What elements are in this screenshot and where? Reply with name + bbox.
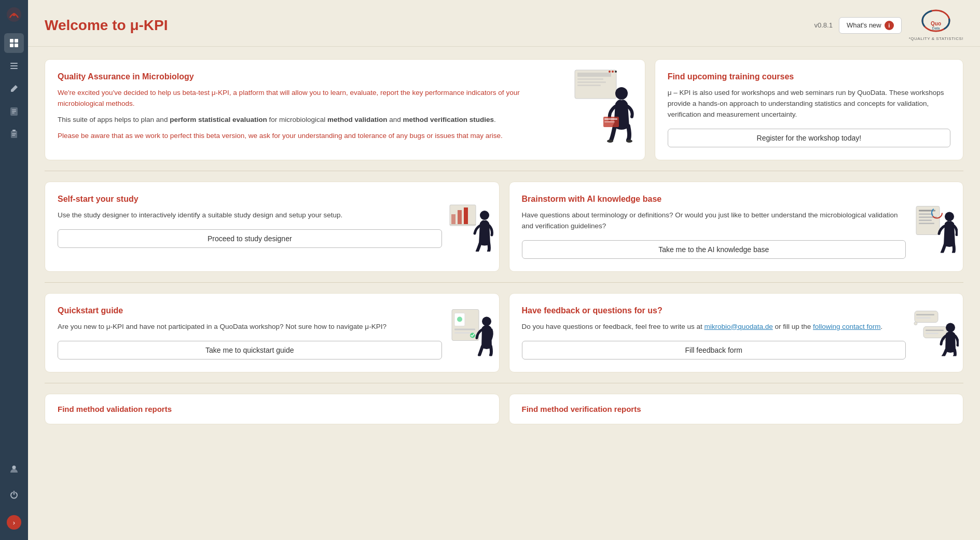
svg-rect-12 [12, 113, 15, 114]
svg-rect-38 [458, 210, 462, 224]
page-header: Welcome to μ-KPI v0.8.1 What's new i Quo… [28, 0, 980, 47]
svg-rect-23 [577, 73, 611, 77]
training-card-text: μ – KPI is also used for workshops and w… [668, 88, 950, 120]
svg-rect-11 [12, 111, 16, 112]
quodata-tagline: *QUALITY & STATISTICS! [909, 36, 963, 41]
training-card: Find upcoming training courses μ – KPI i… [655, 59, 963, 160]
svg-rect-25 [577, 81, 606, 83]
study-card-text: Use the study designer to interactively … [58, 210, 442, 221]
svg-point-66 [946, 323, 955, 333]
divider-3 [45, 383, 963, 383]
row-quickstart-feedback: Quickstart guide Are you new to μ-KPI an… [45, 293, 963, 372]
validation-card: Find method validation reports [45, 394, 500, 424]
study-illustration [447, 200, 494, 254]
study-designer-button[interactable]: Proceed to study designer [58, 229, 442, 248]
quickstart-card-text: Are you new to μ-KPI and have not partic… [58, 322, 442, 333]
svg-rect-13 [11, 131, 17, 138]
svg-rect-24 [577, 78, 603, 80]
svg-point-32 [626, 140, 632, 143]
svg-rect-44 [919, 213, 933, 215]
quickstart-card: Quickstart guide Are you new to μ-KPI an… [45, 293, 500, 372]
svg-point-61 [914, 322, 917, 325]
feedback-card: Have feedback or questions for us? Do yo… [509, 293, 964, 372]
row-study-ai: Self-start your study Use the study desi… [45, 182, 963, 272]
quickstart-illustration [449, 307, 495, 358]
svg-rect-14 [12, 130, 16, 131]
ai-illustration [911, 198, 958, 255]
content-area: Quality Assurance in Microbiology We're … [28, 47, 980, 441]
sidebar-item-dashboard[interactable] [4, 33, 24, 53]
sidebar-item-power[interactable] [4, 485, 24, 505]
page-title: Welcome to μ-KPI [45, 17, 815, 34]
whats-new-badge: i [885, 21, 894, 30]
svg-rect-39 [464, 207, 468, 224]
svg-rect-26 [577, 85, 601, 86]
svg-rect-63 [926, 330, 944, 331]
sidebar-item-user[interactable] [4, 459, 24, 479]
svg-point-41 [480, 211, 489, 220]
whats-new-label: What's new [847, 21, 881, 29]
divider-1 [45, 171, 963, 171]
intro-text-3: Please be aware that as we work to perfe… [58, 131, 567, 142]
row-bottom: Find method validation reports Find meth… [45, 394, 963, 428]
sidebar-item-clipboard[interactable] [4, 124, 24, 144]
svg-rect-4 [10, 44, 13, 47]
verification-card-title: Find method verification reports [522, 405, 951, 413]
quickstart-button[interactable]: Take me to quickstart guide [58, 341, 442, 359]
svg-rect-6 [10, 63, 18, 64]
sidebar-logo [5, 5, 23, 24]
svg-point-30 [615, 87, 628, 100]
svg-rect-47 [919, 223, 934, 224]
svg-rect-16 [12, 135, 15, 136]
sidebar-item-reports[interactable] [4, 102, 24, 121]
study-card-title: Self-start your study [58, 195, 442, 204]
svg-rect-2 [10, 39, 13, 43]
sidebar: › [0, 0, 28, 540]
intro-text-1: We're excited you've decided to help us … [58, 88, 567, 109]
sidebar-expand-button[interactable]: › [7, 515, 21, 530]
svg-point-31 [607, 140, 613, 143]
sidebar-item-edit[interactable] [4, 79, 24, 99]
version-label: v0.8.1 [815, 21, 833, 29]
svg-rect-10 [12, 109, 16, 110]
sidebar-item-list[interactable] [4, 56, 24, 76]
main-content: Welcome to μ-KPI v0.8.1 What's new i Quo… [28, 0, 980, 540]
svg-rect-58 [915, 311, 938, 323]
svg-rect-64 [926, 333, 938, 335]
svg-rect-3 [15, 39, 18, 43]
ai-knowledge-button[interactable]: Take me to the AI knowledge base [522, 240, 906, 259]
contact-form-link[interactable]: following contact form [813, 323, 881, 330]
feedback-card-text: Do you have questions or feedback, feel … [522, 322, 906, 333]
intro-illustration [572, 65, 640, 148]
svg-text:Quo: Quo [931, 21, 941, 26]
ai-card: Brainstorm with AI knowledge base Have q… [509, 182, 964, 272]
svg-point-27 [609, 71, 611, 73]
svg-rect-55 [454, 333, 470, 334]
register-workshop-button[interactable]: Register for the workshop today! [668, 129, 950, 147]
svg-point-53 [457, 317, 462, 322]
svg-text:Data: Data [932, 26, 940, 30]
svg-rect-62 [923, 327, 947, 338]
feedback-form-button[interactable]: Fill feedback form [522, 341, 906, 359]
svg-point-28 [612, 71, 614, 73]
svg-rect-46 [919, 219, 932, 221]
svg-rect-8 [10, 68, 18, 69]
quickstart-card-title: Quickstart guide [58, 306, 442, 315]
training-card-title: Find upcoming training courses [668, 72, 950, 81]
svg-rect-5 [15, 44, 18, 47]
svg-rect-54 [454, 329, 475, 330]
svg-rect-60 [916, 317, 931, 319]
svg-point-17 [12, 466, 16, 469]
intro-text-2: This suite of apps helps to plan and per… [58, 115, 567, 126]
sidebar-bottom: › [4, 459, 24, 535]
svg-rect-15 [12, 133, 16, 134]
svg-rect-7 [10, 65, 18, 66]
feedback-illustration [913, 307, 959, 358]
svg-rect-37 [451, 214, 456, 224]
verification-card: Find method verification reports [509, 394, 964, 424]
svg-rect-34 [604, 118, 617, 120]
validation-card-title: Find method validation reports [58, 405, 487, 413]
ai-card-text: Have questions about terminology or defi… [522, 210, 906, 232]
quodata-logo: Quo Data *QUALITY & STATISTICS! [909, 9, 963, 41]
whats-new-button[interactable]: What's new i [839, 17, 902, 34]
